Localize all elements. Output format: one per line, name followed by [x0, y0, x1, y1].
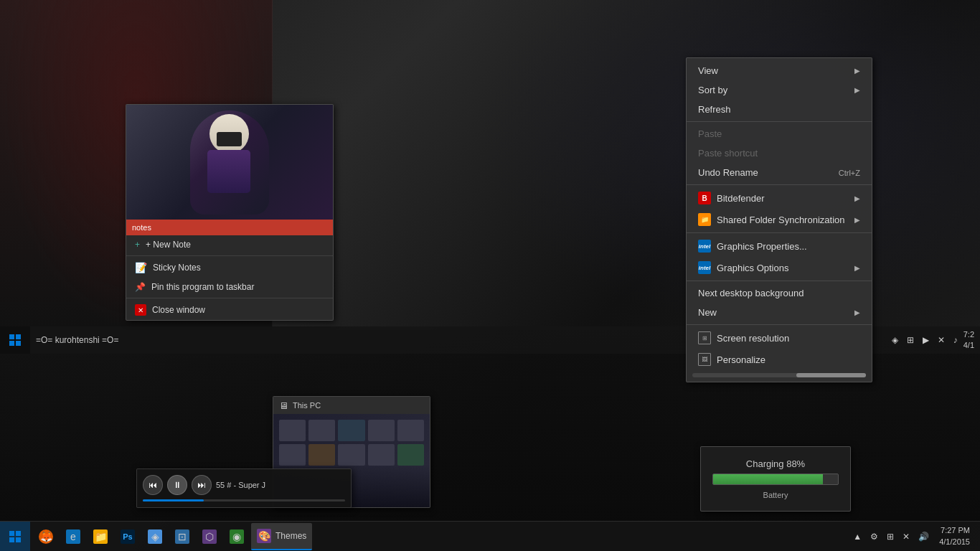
- tray-icon-top-1[interactable]: ◈: [889, 325, 901, 355]
- sticky-anime-art: [190, 110, 269, 215]
- this-pc-title: This PC: [293, 401, 321, 410]
- media-prev-button[interactable]: ⏮: [143, 475, 163, 495]
- tray-speaker[interactable]: 🔊: [915, 522, 932, 552]
- sticky-notes-item[interactable]: 📝 Sticky Notes: [126, 258, 333, 278]
- tray-x[interactable]: ✕: [900, 522, 913, 552]
- file-thumb-7: [308, 444, 335, 466]
- ctx-view[interactable]: View ▶: [687, 61, 872, 80]
- battery-bar-inner: [713, 474, 823, 484]
- media-track-title: 55 # - Super J: [216, 481, 345, 489]
- tray-icon-top-3[interactable]: ▶: [920, 325, 932, 355]
- ctx-shared-folder-label: Shared Folder Synchronization: [717, 215, 845, 225]
- ctx-paste[interactable]: Paste: [687, 124, 872, 143]
- battery-charging-label: Charging 88%: [712, 458, 839, 469]
- clock-top[interactable]: 7:2 4/1: [963, 329, 974, 352]
- figure-mask: [217, 132, 242, 146]
- ctx-graphics-options[interactable]: intel Graphics Options ▶: [687, 257, 872, 278]
- sticky-new-note[interactable]: + + New Note: [126, 235, 333, 254]
- ctx-new-label: New: [698, 307, 717, 318]
- ctx-scrollbar[interactable]: [692, 373, 866, 377]
- taskbar-top-right: ◈ ⊞ ▶ ✕ ♪ 7:2 4/1: [889, 325, 980, 355]
- this-pc-title-bar: 🖥 This PC: [273, 397, 430, 414]
- ctx-new[interactable]: New ▶: [687, 303, 872, 322]
- ctx-paste-label: Paste: [698, 128, 722, 139]
- ctx-sep2: [687, 184, 872, 185]
- taskbar-item-app3[interactable]: ⊡: [169, 523, 195, 550]
- ctx-shared-folder[interactable]: 📁 Shared Folder Synchronization ▶: [687, 209, 872, 230]
- ctx-paste-shortcut[interactable]: Paste shortcut: [687, 143, 872, 163]
- battery-bar-outer: [712, 474, 839, 485]
- ctx-next-bg-label: Next desktop background: [698, 288, 804, 298]
- screen-resolution-icon: ⊞: [698, 331, 711, 344]
- taskbar-item-app2[interactable]: ◈: [142, 523, 168, 550]
- media-next-button[interactable]: ⏭: [192, 475, 212, 495]
- taskbar-item-ps[interactable]: Ps: [115, 523, 141, 550]
- tray-settings[interactable]: ⚙: [867, 522, 881, 552]
- file-thumb-1: [279, 420, 306, 441]
- file-thumb-2: [308, 420, 335, 441]
- ctx-screen-resolution[interactable]: ⊞ Screen resolution: [687, 327, 872, 349]
- themes-label: Themes: [275, 531, 306, 541]
- battery-title: Battery: [712, 491, 839, 499]
- clock-time: 7:27 PM: [941, 525, 970, 536]
- ctx-view-arrow: ▶: [854, 67, 860, 75]
- close-window-item[interactable]: ✕ Close window: [126, 300, 333, 320]
- tray-nav[interactable]: ⊞: [884, 522, 897, 552]
- ctx-graphics-props-label: Graphics Properties...: [717, 241, 807, 252]
- ctx-personalize[interactable]: 🖼 Personalize: [687, 349, 872, 370]
- taskbar-item-firefox[interactable]: 🦊: [33, 523, 59, 550]
- ctx-next-bg[interactable]: Next desktop background: [687, 283, 872, 303]
- ctx-bitdefender-label: Bitdefender: [717, 193, 765, 204]
- taskbar-bottom: 🦊 e 📁 Ps ◈ ⊡ ⬡ ◉: [0, 521, 980, 551]
- start-button-bottom[interactable]: [0, 522, 30, 552]
- media-play-button[interactable]: ⏸: [167, 475, 187, 495]
- taskbar-item-themes[interactable]: 🎨 Themes: [251, 523, 312, 550]
- ps-icon: Ps: [121, 529, 135, 544]
- pin-icon: 📌: [135, 282, 146, 292]
- ctx-refresh[interactable]: Refresh: [687, 100, 872, 119]
- ctx-bitdefender[interactable]: B Bitdefender ▶: [687, 187, 872, 209]
- ctx-graphics-props[interactable]: intel Graphics Properties...: [687, 235, 872, 257]
- ctx-new-arrow: ▶: [854, 309, 860, 316]
- app5-icon: ◉: [230, 529, 244, 544]
- file-thumb-6: [279, 444, 306, 466]
- tray-icon-top-4[interactable]: ✕: [935, 325, 948, 355]
- ctx-view-label: View: [698, 65, 718, 76]
- context-menu: View ▶ Sort by ▶ Refresh Paste Paste sho…: [686, 57, 872, 382]
- ctx-sep5: [687, 324, 872, 325]
- tray-icon-top-5[interactable]: ♪: [951, 325, 961, 355]
- taskbar-item-explorer[interactable]: 📁: [88, 523, 113, 550]
- app3-icon: ⊡: [175, 529, 189, 544]
- firefox-icon: 🦊: [39, 529, 53, 544]
- bitdefender-icon: B: [698, 192, 711, 204]
- file-thumb-4: [368, 420, 395, 441]
- ctx-screen-resolution-label: Screen resolution: [717, 333, 789, 344]
- tray-chevron[interactable]: ▲: [850, 522, 864, 552]
- ctx-undo-rename[interactable]: Undo Rename Ctrl+Z: [687, 163, 872, 182]
- this-pc-icon: 🖥: [279, 400, 288, 411]
- media-player: ⏮ ⏸ ⏭ 55 # - Super J: [136, 468, 352, 508]
- explorer-icon: 📁: [93, 529, 108, 544]
- taskbar-item-app4[interactable]: ⬡: [197, 523, 222, 550]
- clock-bottom[interactable]: 7:27 PM 4/1/2015: [935, 525, 974, 547]
- media-controls: ⏮ ⏸ ⏭ 55 # - Super J: [143, 475, 345, 495]
- file-thumb-9: [368, 444, 395, 466]
- clock-date: 4/1/2015: [939, 537, 970, 547]
- ctx-bitdefender-arrow: ▶: [854, 194, 860, 202]
- media-progress-fill: [143, 499, 204, 501]
- ctx-undo-rename-shortcut: Ctrl+Z: [839, 169, 860, 177]
- ctx-sep3: [687, 232, 872, 233]
- ctx-sort-by-label: Sort by: [698, 85, 727, 95]
- taskbar-item-ie[interactable]: e: [60, 523, 86, 550]
- app2-icon: ◈: [148, 529, 162, 544]
- file-thumb-5: [397, 420, 424, 441]
- windows-logo-top: [9, 334, 21, 346]
- tray-icon-top-2[interactable]: ⊞: [904, 325, 917, 355]
- start-button-top[interactable]: [0, 326, 30, 354]
- intel-props-icon: intel: [698, 240, 711, 253]
- taskbar-item-app5[interactable]: ◉: [224, 523, 250, 550]
- pin-taskbar-item[interactable]: 📌 Pin this program to taskbar: [126, 278, 333, 296]
- media-progress-bar[interactable]: [143, 499, 345, 501]
- ctx-sep4: [687, 281, 872, 281]
- ctx-sort-by[interactable]: Sort by ▶: [687, 80, 872, 100]
